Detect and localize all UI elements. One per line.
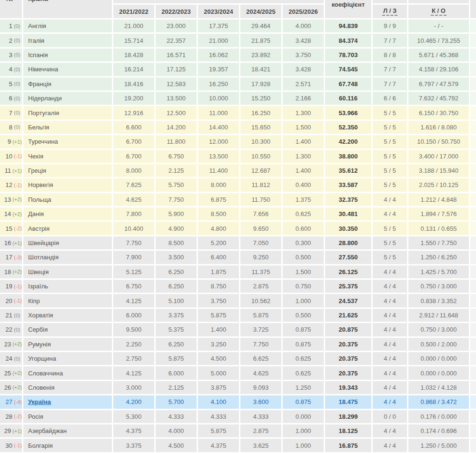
ko-cell: 3.400 / 17.000 [408, 150, 469, 163]
rank-change: (+2) [12, 211, 22, 217]
season-value-2022-2023: 5.700 [156, 395, 197, 408]
table-row: 9 (+1) Туреччина 6.700 11.800 12.000 10.… [0, 135, 476, 148]
table-row: 29 (+1) Азербайджан 4.375 4.000 5.875 2.… [0, 424, 476, 437]
season-value-2023-2024: 3.250 [198, 338, 239, 351]
clipped-next-column-cell [470, 266, 476, 278]
coefficient-cell: 27.550 [325, 251, 371, 264]
season-value-2024-2025: 16.250 [240, 106, 281, 119]
season-value-2022-2023: 13.500 [156, 92, 197, 105]
rank-cell: 7 (0) [0, 106, 22, 119]
country-cell: Хорватія [23, 309, 112, 322]
season-value-2024-2025: 11.750 [240, 193, 281, 206]
table-row: 11 (+1) Греція 8.000 2.125 11.400 12.687… [0, 164, 476, 177]
rank-change: (+1) [12, 168, 22, 174]
season-value-2021-2022: 7.750 [113, 236, 154, 249]
season-value-2022-2023: 3.375 [156, 309, 197, 322]
lz-cell: 4 / 4 [373, 207, 407, 220]
season-value-2021-2022: 6.700 [113, 150, 154, 163]
lz-header-label[interactable]: Л / З [382, 7, 397, 16]
country-name: Португалія [28, 109, 59, 117]
table-row: 10 (-1) Чехія 6.700 6.750 13.500 10.550 … [0, 150, 476, 163]
lz-cell: 4 / 4 [373, 266, 407, 278]
season-value-2023-2024: 4.100 [198, 395, 239, 408]
country-column-header: Країна [23, 0, 112, 18]
rank-cell: 26 (+2) [0, 381, 22, 394]
coefficient-cell: 67.748 [325, 78, 371, 90]
rank-change: (-2) [14, 226, 22, 231]
rank-change: (-4) [14, 399, 22, 405]
rank-cell: 27 (-4) [0, 395, 22, 408]
season-value-2023-2024: 6.875 [198, 193, 239, 206]
lz-cell: 5 / 5 [373, 251, 407, 264]
season-value-2025-2026: 0.500 [283, 309, 324, 322]
season-label: 2023/2024 [204, 8, 233, 15]
season-value-2024-2025: 6.625 [240, 352, 281, 365]
season-value-2021-2022: 7.625 [113, 178, 154, 191]
season-value-2022-2023: 16.571 [156, 49, 197, 61]
season-value-2024-2025: 7.656 [240, 207, 281, 220]
season-value-2021-2022: 18.428 [113, 49, 154, 61]
rank-cell: 22 (0) [0, 323, 22, 336]
coefficient-cell: 52.350 [325, 121, 371, 134]
season-value-2023-2024: 11.000 [198, 106, 239, 119]
lz-cell: 5 / 5 [373, 135, 407, 148]
ko-header-label[interactable]: К / О [431, 7, 446, 16]
season-value-2025-2026: 0.875 [283, 323, 324, 336]
ko-cell: 1.250 / 5.000 [408, 439, 469, 452]
season-value-2022-2023: 7.750 [156, 193, 197, 206]
country-name: Болгарія [28, 442, 53, 449]
country-cell: Ізраїль [23, 280, 112, 293]
rank-change: (-1) [14, 182, 22, 188]
lz-cell: 5 / 5 [373, 222, 407, 235]
country-cell: Англія [23, 20, 112, 32]
ko-cell: 0.176 / 0.000 [408, 410, 469, 423]
country-cell: Австрія [23, 222, 112, 235]
ko-cell: 1.212 / 4.848 [408, 193, 469, 206]
season-header-2022-2023: 2022/2023 [156, 5, 197, 18]
country-link[interactable]: Україна [28, 398, 51, 405]
season-value-2022-2023: 3.500 [156, 251, 197, 264]
season-label: 2024/2025 [246, 8, 275, 15]
season-value-2023-2024: 11.400 [198, 164, 239, 177]
season-value-2025-2026: 0.625 [283, 352, 324, 365]
season-value-2021-2022: 4.125 [113, 294, 154, 307]
coefficient-cell: 42.200 [325, 135, 371, 148]
rank-number: 20 [0, 297, 12, 305]
season-value-2025-2026: 0.400 [283, 178, 324, 191]
lz-cell: 7 / 7 [373, 78, 407, 90]
rank-change: (0) [14, 67, 20, 72]
country-cell: Кіпр [23, 294, 112, 307]
table-row: 19 (-1) Ізраїль 6.750 6.250 8.750 2.875 … [0, 280, 476, 293]
coefficient-cell: 94.839 [325, 20, 371, 32]
season-value-2025-2026: 3.428 [283, 63, 324, 76]
coefficient-cell: 18.125 [325, 424, 371, 437]
coefficient-ranking-table: № Країна 2021/2022 2022/2023 2023/2024 2… [0, 0, 476, 453]
season-value-2021-2022: 21.000 [113, 20, 154, 32]
rank-number: 16 [0, 239, 11, 246]
clipped-next-column-cell [470, 366, 476, 379]
lz-cell: 4 / 4 [373, 280, 407, 293]
season-value-2022-2023: 6.250 [156, 266, 197, 278]
country-name: Ізраїль [28, 283, 48, 290]
table-row: 22 (0) Сербія 9.500 5.375 1.400 3.725 0.… [0, 323, 476, 336]
season-value-2022-2023: 12.500 [156, 106, 197, 119]
season-value-2024-2025: 10.550 [240, 150, 281, 163]
season-value-2024-2025: 10.300 [240, 135, 281, 148]
country-name: Франція [28, 80, 51, 88]
table-row: 18 (+2) Швеція 5.125 6.250 1.875 11.375 … [0, 266, 476, 278]
country-cell: Данія [23, 207, 112, 220]
rank-change: (+2) [12, 197, 22, 202]
season-value-2021-2022: 3.375 [113, 439, 154, 452]
country-name: Польща [28, 196, 51, 203]
table-row: 17 (-3) Шотландія 7.900 3.500 6.400 9.25… [0, 251, 476, 264]
season-value-2021-2022: 4.125 [113, 366, 154, 379]
clipped-next-column-cell [470, 251, 476, 264]
rank-column-header: № [0, 0, 22, 18]
ko-cell: 1.616 / 8.080 [408, 121, 469, 134]
country-name: Англія [28, 22, 46, 30]
lz-cell: 4 / 4 [373, 366, 407, 379]
season-header-2024-2025: 2024/2025 [240, 5, 281, 18]
rank-change: (0) [14, 96, 20, 101]
season-value-2021-2022: 3.000 [113, 381, 154, 394]
season-header-2021-2022: 2021/2022 [113, 5, 154, 18]
